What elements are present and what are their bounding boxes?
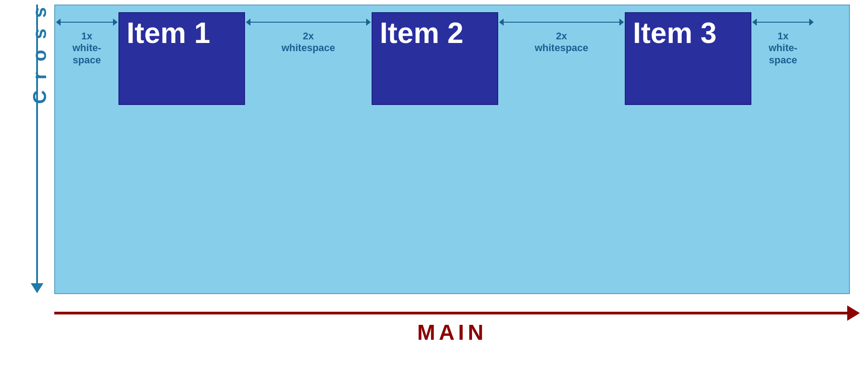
whitespace-left-label: 1xwhite-space xyxy=(72,30,101,66)
whitespace-middle-2: 2xwhitespace xyxy=(498,12,625,54)
main-axis: MAIN xyxy=(54,308,850,348)
whitespace-right-label: 1xwhite-space xyxy=(769,30,797,66)
whitespace-right: 1xwhite-space xyxy=(751,12,815,66)
flex-item-1: Item 1 xyxy=(118,12,245,105)
flex-item-1-label: Item 1 xyxy=(127,19,210,48)
whitespace-middle-1-arrow xyxy=(245,16,372,29)
whitespace-left-arrow xyxy=(55,16,118,29)
flex-container: 1xwhite-space Item 1 2xwhitespace Item 2… xyxy=(54,5,850,294)
main-axis-arrow-line xyxy=(54,312,850,314)
flex-item-3: Item 3 xyxy=(625,12,751,105)
flex-item-2: Item 2 xyxy=(372,12,498,105)
flex-item-2-label: Item 2 xyxy=(380,19,463,48)
cross-axis-label: C r o s s xyxy=(30,5,49,104)
arrow-line-middle-1 xyxy=(250,22,367,23)
diagram-container: C r o s s 1xwhite-space Item 1 2xwhitesp… xyxy=(27,5,859,348)
main-axis-label: MAIN xyxy=(417,320,487,345)
whitespace-right-arrow xyxy=(751,16,815,29)
arrow-line-middle-2 xyxy=(503,22,620,23)
whitespace-middle-1-label: 2xwhitespace xyxy=(282,30,335,54)
whitespace-middle-2-label: 2xwhitespace xyxy=(535,30,589,54)
cross-axis: C r o s s xyxy=(27,5,52,303)
arrow-line-left xyxy=(60,22,114,23)
arrow-line-right xyxy=(756,22,810,23)
whitespace-middle-1: 2xwhitespace xyxy=(245,12,372,54)
whitespace-left: 1xwhite-space xyxy=(55,12,118,66)
flex-item-3-label: Item 3 xyxy=(633,19,717,48)
whitespace-middle-2-arrow xyxy=(498,16,625,29)
